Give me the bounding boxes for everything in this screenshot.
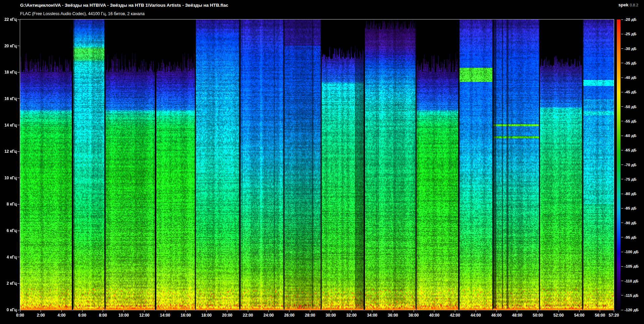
freq-tick-label: 8 кГц	[0, 202, 17, 206]
time-tick-label: 54:00	[570, 313, 589, 318]
freq-tick-label: 20 кГц	[0, 44, 17, 48]
freq-tick-mark	[17, 283, 19, 284]
time-tick-mark	[579, 310, 580, 312]
db-tick-mark	[621, 106, 623, 107]
time-tick-mark	[20, 310, 20, 312]
db-tick-label: -35 дБ	[625, 61, 636, 65]
freq-tick-mark	[17, 125, 19, 125]
db-tick-mark	[621, 19, 623, 20]
freq-tick-label: 22 кГц	[0, 17, 17, 22]
db-tick-mark	[621, 208, 623, 209]
time-tick-label: 8:00	[94, 313, 112, 318]
time-tick-label: 16:00	[176, 313, 195, 318]
db-tick-mark	[621, 150, 623, 150]
time-tick-label: 50:00	[529, 313, 547, 318]
db-tick-mark	[621, 48, 623, 49]
time-tick-mark	[331, 310, 331, 312]
db-tick-mark	[621, 34, 623, 34]
time-tick-label: 57:20	[604, 313, 623, 318]
time-tick-mark	[414, 310, 414, 312]
time-tick-mark	[372, 310, 372, 312]
time-tick-mark	[434, 310, 434, 312]
time-tick-label: 38:00	[404, 313, 423, 318]
db-tick-mark	[621, 165, 623, 165]
time-tick-mark	[600, 310, 600, 312]
time-tick-label: 52:00	[549, 313, 568, 318]
freq-tick-mark	[17, 310, 19, 310]
freq-tick-label: 6 кГц	[0, 228, 17, 233]
time-tick-label: 10:00	[114, 313, 133, 318]
time-tick-label: 40:00	[425, 313, 444, 318]
time-tick-label: 42:00	[446, 313, 465, 318]
db-tick-label: -100 дБ	[625, 249, 639, 254]
db-tick-label: -85 дБ	[625, 206, 636, 211]
time-tick-label: 4:00	[52, 313, 71, 318]
db-tick-mark	[621, 194, 623, 194]
db-tick-label: -115 дБ	[625, 293, 638, 298]
freq-tick-label: 0 кГц	[0, 308, 17, 312]
time-tick-label: 30:00	[321, 313, 340, 318]
db-tick-mark	[621, 295, 623, 295]
freq-tick-mark	[17, 98, 19, 99]
time-tick-label: 12:00	[135, 313, 154, 318]
db-tick-mark	[621, 136, 623, 136]
time-tick-mark	[455, 310, 455, 312]
time-tick-label: 0:00	[11, 313, 30, 318]
time-tick-label: 48:00	[508, 313, 527, 318]
db-tick-mark	[621, 237, 623, 237]
db-tick-label: -65 дБ	[625, 148, 636, 152]
db-tick-label: -95 дБ	[625, 235, 636, 240]
time-tick-mark	[393, 310, 393, 312]
time-tick-mark	[289, 310, 289, 312]
time-tick-label: 6:00	[73, 313, 92, 318]
db-tick-mark	[621, 121, 623, 121]
db-tick-label: -40 дБ	[625, 75, 636, 80]
freq-tick-mark	[17, 46, 19, 46]
db-tick-label: -105 дБ	[625, 264, 639, 269]
db-tick-mark	[621, 310, 623, 310]
db-tick-label: -75 дБ	[625, 177, 636, 182]
app-brand: spek0.8.2	[619, 2, 638, 7]
time-tick-mark	[538, 310, 538, 312]
db-tick-mark	[621, 281, 623, 281]
time-tick-mark	[614, 310, 614, 312]
db-tick-label: -55 дБ	[625, 119, 636, 124]
time-tick-mark	[351, 310, 352, 312]
freq-tick-mark	[17, 257, 19, 257]
time-tick-mark	[41, 310, 41, 312]
time-tick-mark	[227, 310, 227, 312]
db-tick-label: -60 дБ	[625, 133, 636, 138]
freq-tick-mark	[17, 204, 19, 204]
spectrogram-canvas	[20, 19, 614, 310]
freq-tick-mark	[17, 19, 19, 20]
time-tick-label: 22:00	[238, 313, 257, 318]
time-tick-mark	[144, 310, 145, 312]
time-tick-label: 32:00	[342, 313, 361, 318]
time-tick-label: 34:00	[363, 313, 382, 318]
db-tick-label: -30 дБ	[625, 46, 636, 51]
time-tick-mark	[185, 310, 186, 312]
freq-tick-label: 18 кГц	[0, 70, 17, 75]
db-tick-label: -120 дБ	[625, 308, 639, 312]
freq-tick-mark	[17, 151, 19, 152]
db-tick-label: -110 дБ	[625, 279, 638, 283]
format-info: FLAC (Free Lossless Audio Codec), 44100 …	[20, 11, 145, 16]
db-tick-label: -80 дБ	[625, 191, 636, 196]
app-name: spek	[619, 2, 629, 7]
freq-tick-label: 16 кГц	[0, 96, 17, 101]
freq-tick-label: 10 кГц	[0, 176, 17, 180]
time-tick-label: 18:00	[197, 313, 216, 318]
time-tick-mark	[248, 310, 248, 312]
time-tick-mark	[165, 310, 165, 312]
db-tick-label: -45 дБ	[625, 90, 636, 94]
time-tick-mark	[558, 310, 559, 312]
db-tick-label: -20 дБ	[625, 17, 636, 22]
app-version: 0.8.2	[630, 3, 638, 7]
freq-tick-label: 14 кГц	[0, 123, 17, 128]
time-tick-label: 44:00	[466, 313, 485, 318]
freq-tick-label: 12 кГц	[0, 149, 17, 154]
time-tick-mark	[310, 310, 310, 312]
time-tick-label: 46:00	[487, 313, 506, 318]
time-tick-label: 28:00	[301, 313, 319, 318]
time-tick-mark	[476, 310, 476, 312]
